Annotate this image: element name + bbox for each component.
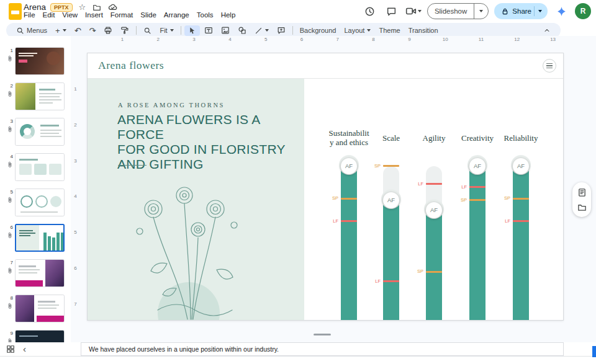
af-badge: AF (513, 158, 529, 174)
layout-button[interactable]: Layout (340, 25, 374, 35)
transition-label: Transition (409, 27, 438, 34)
ruler-number: 6 (300, 37, 303, 42)
theme-label: Theme (379, 27, 400, 34)
chart-category-label: Scale (369, 123, 413, 153)
zoom-fit-label: Fit (160, 27, 167, 34)
slide-number: 8 (11, 295, 13, 301)
new-slide-button[interactable]: + (52, 25, 70, 36)
grid-view-icon (6, 345, 15, 353)
meet-button[interactable] (405, 6, 422, 17)
slide-thumbnail-row: 7 (2, 259, 71, 288)
select-tool-button[interactable] (184, 25, 200, 36)
avatar[interactable]: R (575, 3, 591, 19)
competitor-label-LF: LF (498, 218, 510, 224)
competitor-tick-SP (426, 271, 442, 273)
comments-icon[interactable] (384, 3, 400, 19)
search-icon (16, 27, 24, 35)
chevron-down-icon (538, 10, 542, 12)
transition-button[interactable]: Transition (405, 25, 442, 35)
insert-shape-button[interactable] (234, 25, 250, 36)
line-icon (255, 27, 263, 35)
canvas: 12345678910111213 1234567 Arena flowers … (71, 36, 596, 342)
slide-thumbnail-8[interactable] (15, 295, 65, 322)
chevron-down-icon (170, 29, 174, 32)
zoom-button[interactable] (140, 25, 155, 36)
hamburger-icon[interactable] (543, 59, 556, 73)
slide-thumbnail-7[interactable] (15, 259, 65, 287)
paperclip-icon (7, 55, 13, 62)
slide-number: 2 (11, 83, 13, 89)
competitor-label-LF: LF (368, 278, 381, 284)
textbox-tool-button[interactable] (201, 25, 217, 36)
insert-image-button[interactable] (217, 25, 233, 36)
slide-thumbnail-5[interactable] (15, 189, 65, 216)
chevron-down-icon (418, 10, 422, 12)
ruler-number: 10 (443, 37, 448, 42)
grid-view-button[interactable] (6, 345, 15, 353)
menu-insert[interactable]: Insert (81, 11, 107, 19)
chevron-down-icon (63, 29, 66, 32)
collapse-filmstrip-button[interactable]: ‹ (23, 345, 26, 353)
slide-thumbnail-1[interactable] (15, 47, 65, 75)
slideshow-button[interactable]: Slideshow (427, 3, 489, 19)
ruler-number: 11 (479, 37, 484, 42)
paperclip-icon (7, 91, 13, 97)
share-options-button[interactable] (534, 6, 546, 16)
chart-column-bar (426, 210, 442, 321)
paperclip-icon (7, 267, 13, 274)
paint-format-button[interactable] (117, 25, 133, 36)
notes-resize-handle[interactable] (314, 334, 331, 335)
scroll-indicator[interactable] (592, 346, 596, 357)
redo-button[interactable]: ↷ (86, 25, 100, 36)
slide-thumbnail-row: 3 (2, 118, 71, 146)
competitor-tick-LF (513, 220, 529, 222)
menu-slide[interactable]: Slide (137, 11, 160, 19)
filmstrip: 123456789 (0, 36, 71, 342)
menu-edit[interactable]: Edit (39, 11, 59, 19)
slide-canvas[interactable]: Arena flowers A ROSE AMONG THORNS ARENA … (87, 53, 564, 321)
notes-tool-button[interactable] (577, 188, 587, 197)
menu-view[interactable]: View (58, 11, 81, 19)
slide-title[interactable]: ARENA FLOWERS IS A FORCE FOR GOOD IN FLO… (117, 112, 304, 172)
collapse-toolbar-button[interactable] (540, 25, 554, 35)
comparison-chart[interactable]: Sustainability and ethicsSPLFAFScaleSPLF… (304, 79, 563, 320)
print-button[interactable] (100, 25, 116, 36)
slide-thumbnail-4[interactable] (15, 153, 65, 181)
insert-comment-button[interactable] (273, 25, 289, 36)
competitor-label-SP: SP (498, 195, 510, 201)
menus-search-button[interactable]: Menus (12, 25, 51, 36)
cursor-icon (188, 27, 196, 35)
gemini-sparkle-icon[interactable] (553, 3, 569, 19)
ruler-number: 3 (71, 158, 79, 164)
slide-number: 1 (11, 48, 13, 53)
zoom-select[interactable]: Fit (156, 25, 177, 35)
background-button[interactable]: Background (296, 25, 340, 35)
slide-kicker[interactable]: A ROSE AMONG THORNS (118, 102, 225, 109)
slide-thumbnail-2[interactable] (15, 82, 65, 110)
video-camera-icon (405, 6, 417, 17)
slide-thumbnail-6[interactable] (15, 224, 65, 252)
slide-thumbnail-3[interactable] (15, 118, 65, 146)
competitor-label-SP: SP (326, 195, 338, 201)
ruler-number: 8 (372, 37, 374, 42)
theme-button[interactable]: Theme (375, 25, 404, 35)
undo-button[interactable]: ↶ (71, 25, 85, 36)
slide-thumbnail-row: 5 (2, 189, 71, 217)
share-button[interactable]: Share (494, 3, 548, 19)
competitor-tick-SP (341, 198, 357, 200)
menu-arrange[interactable]: Arrange (160, 11, 193, 19)
share-label: Share (509, 7, 533, 15)
menu-help[interactable]: Help (217, 11, 240, 19)
menu-format[interactable]: Format (107, 11, 137, 19)
version-history-icon[interactable] (362, 3, 378, 19)
menu-tools[interactable]: Tools (193, 11, 217, 19)
ruler-number: 13 (550, 37, 556, 42)
menu-file[interactable]: File (20, 11, 39, 19)
slide-title-line: ARENA FLOWERS IS A FORCE (117, 112, 304, 142)
chevron-down-icon (479, 10, 483, 12)
folder-tool-button[interactable] (577, 203, 587, 212)
slide-thumbnail-9[interactable] (15, 330, 65, 342)
slideshow-options-button[interactable] (474, 4, 488, 19)
speaker-notes[interactable]: We have placed ourselves in a unique pos… (81, 342, 564, 356)
insert-line-button[interactable] (251, 25, 273, 36)
